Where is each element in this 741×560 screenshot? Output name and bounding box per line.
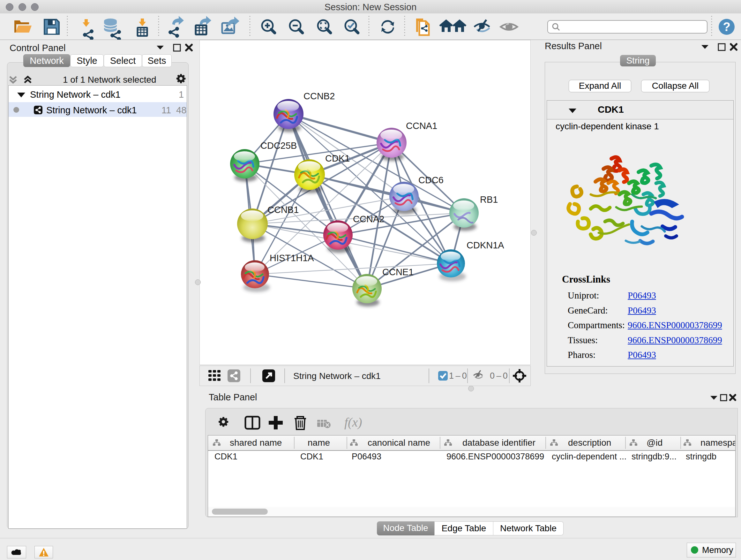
svg-text:CCNB1: CCNB1 <box>267 205 299 215</box>
svg-text:?: ? <box>723 20 730 34</box>
svg-text:CDKN1A: CDKN1A <box>467 240 504 250</box>
svg-text:CDK1: CDK1 <box>325 153 350 164</box>
svg-text:RB1: RB1 <box>480 194 498 205</box>
svg-text:0 – 0: 0 – 0 <box>490 371 508 381</box>
svg-text:CCNB2: CCNB2 <box>304 91 335 101</box>
svg-text:String Network – cdk1: String Network – cdk1 <box>293 371 381 381</box>
svg-text:HIST1H1A: HIST1H1A <box>270 253 314 263</box>
svg-text:CCNA2: CCNA2 <box>353 214 384 224</box>
svg-text:CCNE1: CCNE1 <box>382 267 414 277</box>
svg-text:CDC25B: CDC25B <box>260 140 297 151</box>
svg-text:CCNA1: CCNA1 <box>406 121 437 131</box>
svg-text:f(x): f(x) <box>344 415 362 429</box>
svg-text:CDC6: CDC6 <box>418 175 444 185</box>
svg-text:1 – 0: 1 – 0 <box>449 371 467 381</box>
